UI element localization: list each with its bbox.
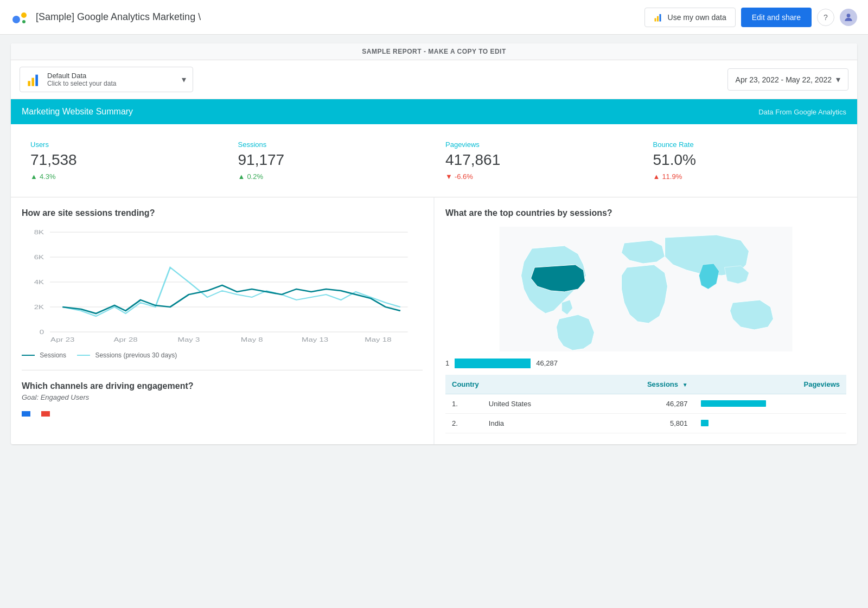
svg-point-2 [22, 20, 25, 23]
svg-text:Apr 23: Apr 23 [50, 336, 74, 343]
up-arrow-icon: ▲ [30, 172, 37, 181]
channel-legend-1 [22, 410, 33, 418]
report-outer: SAMPLE REPORT - MAKE A COPY TO EDIT Defa… [0, 35, 868, 453]
svg-text:0: 0 [40, 329, 44, 336]
svg-text:May 18: May 18 [365, 336, 391, 343]
bar-rank: 1 [445, 359, 449, 367]
svg-point-6 [847, 14, 851, 17]
country-1: United States [482, 394, 590, 413]
svg-text:6K: 6K [34, 254, 44, 261]
metric-sessions: Sessions 91,177 ▲ 0.2% [229, 135, 432, 186]
data-selector[interactable]: Default Data Click to select your data ▾ [20, 67, 193, 92]
up-arrow-icon: ▲ [238, 172, 245, 181]
map-bar-row: 1 46,287 [445, 359, 846, 368]
up-arrow-icon: ▲ [653, 172, 660, 181]
data-selector-icon [27, 72, 42, 87]
panels-row: How are site sessions trending? 8K 6K 4K… [11, 197, 857, 444]
svg-rect-5 [659, 14, 661, 22]
sample-banner: SAMPLE REPORT - MAKE A COPY TO EDIT [11, 43, 857, 60]
col-sessions[interactable]: Sessions ▼ [590, 375, 694, 394]
data-selector-arrow: ▾ [182, 74, 186, 85]
svg-point-0 [12, 16, 20, 23]
col-pageviews[interactable]: Pageviews [694, 375, 846, 394]
pageviews-bar-2 [694, 413, 846, 433]
topnav-actions: Use my own data Edit and share ? [644, 8, 857, 27]
looker-icon [11, 8, 30, 27]
bounce-change: ▲ 11.9% [653, 172, 838, 181]
svg-text:Apr 28: Apr 28 [113, 336, 137, 343]
report-card: SAMPLE REPORT - MAKE A COPY TO EDIT Defa… [11, 43, 857, 444]
svg-rect-4 [657, 16, 659, 21]
date-range-selector[interactable]: Apr 23, 2022 - May 22, 2022 ▾ [727, 68, 848, 91]
bar-value: 46,287 [536, 359, 558, 367]
table-row: 2. India 5,801 [445, 413, 846, 433]
world-map-svg [445, 227, 846, 351]
table-header-row: Country Sessions ▼ Pageviews [445, 375, 846, 394]
country-2: India [482, 413, 590, 433]
down-arrow-icon: ▼ [445, 172, 452, 181]
sessions-1: 46,287 [590, 394, 694, 413]
channel-2-icon [41, 411, 50, 417]
chart-legend: Sessions Sessions (previous 30 days) [22, 351, 423, 359]
pageviews-bar-icon-2 [701, 420, 709, 426]
users-change: ▲ 4.3% [30, 172, 215, 181]
edit-share-button[interactable]: Edit and share [741, 8, 812, 27]
section-subtitle: Data From Google Analytics [758, 108, 846, 116]
svg-point-1 [21, 12, 27, 18]
prev-sessions-line-icon [77, 355, 90, 356]
svg-rect-7 [28, 81, 30, 86]
table-row: 1. United States 46,287 [445, 394, 846, 413]
avatar-icon [843, 12, 854, 23]
svg-rect-9 [35, 74, 38, 86]
countries-chart-title: What are the top countries by sessions? [445, 208, 846, 218]
sessions-chart-area: 8K 6K 4K 2K 0 Apr 23 Apr 28 [22, 227, 423, 346]
svg-text:May 3: May 3 [177, 336, 200, 343]
sessions-chart-svg: 8K 6K 4K 2K 0 Apr 23 Apr 28 [22, 227, 423, 346]
svg-rect-8 [31, 78, 34, 86]
metric-bounce-rate: Bounce Rate 51.0% ▲ 11.9% [644, 135, 847, 186]
svg-text:May 13: May 13 [302, 336, 328, 343]
pageviews-change: ▼ -6.6% [445, 172, 630, 181]
top-navigation: [Sample] Google Analytics Marketing \ Us… [0, 0, 868, 35]
legend-prev-sessions: Sessions (previous 30 days) [77, 351, 177, 359]
svg-text:May 8: May 8 [241, 336, 263, 343]
date-selector-arrow: ▾ [836, 74, 840, 85]
report-controls: Default Data Click to select your data ▾… [11, 60, 857, 99]
svg-text:4K: 4K [34, 279, 44, 286]
world-map-container [445, 227, 846, 353]
channel-legend-2 [41, 410, 52, 418]
help-button[interactable]: ? [817, 9, 834, 26]
chart-icon [654, 12, 663, 22]
report-title: [Sample] Google Analytics Marketing \ [36, 11, 201, 23]
sort-icon: ▼ [682, 382, 688, 388]
sessions-change: ▲ 0.2% [238, 172, 423, 181]
data-selector-text: Default Data Click to select your data [47, 72, 176, 87]
country-bar [455, 359, 531, 368]
svg-text:2K: 2K [34, 304, 44, 311]
channels-legend [22, 410, 423, 418]
countries-panel: What are the top countries by sessions? [435, 197, 857, 444]
channel-1-icon [22, 411, 30, 417]
country-table: Country Sessions ▼ Pageviews 1. [445, 375, 846, 433]
svg-rect-3 [654, 18, 656, 21]
sessions-line-icon [22, 355, 35, 356]
pageviews-bar-icon-1 [701, 400, 766, 407]
sessions-2: 5,801 [590, 413, 694, 433]
channels-title: Which channels are driving engagement? [22, 381, 423, 391]
legend-sessions: Sessions [22, 351, 66, 359]
metric-pageviews: Pageviews 417,861 ▼ -6.6% [437, 135, 639, 186]
section-title: Marketing Website Summary [22, 107, 133, 117]
user-avatar[interactable] [840, 9, 857, 26]
rank-2: 2. [445, 413, 482, 433]
sessions-chart-title: How are site sessions trending? [22, 208, 423, 218]
use-own-data-button[interactable]: Use my own data [644, 8, 736, 27]
channels-subtitle: Goal: Engaged Users [22, 393, 423, 401]
logo-area: [Sample] Google Analytics Marketing \ [11, 8, 201, 27]
col-country[interactable]: Country [445, 375, 590, 394]
sessions-trend-panel: How are site sessions trending? 8K 6K 4K… [11, 197, 433, 444]
svg-text:8K: 8K [34, 229, 44, 236]
section-header: Marketing Website Summary Data From Goog… [11, 99, 857, 124]
bar-chart-icon [27, 72, 42, 87]
metrics-row: Users 71,538 ▲ 4.3% Sessions 91,177 ▲ 0.… [11, 124, 857, 197]
country-table-section: Country Sessions ▼ Pageviews 1. [445, 375, 846, 433]
